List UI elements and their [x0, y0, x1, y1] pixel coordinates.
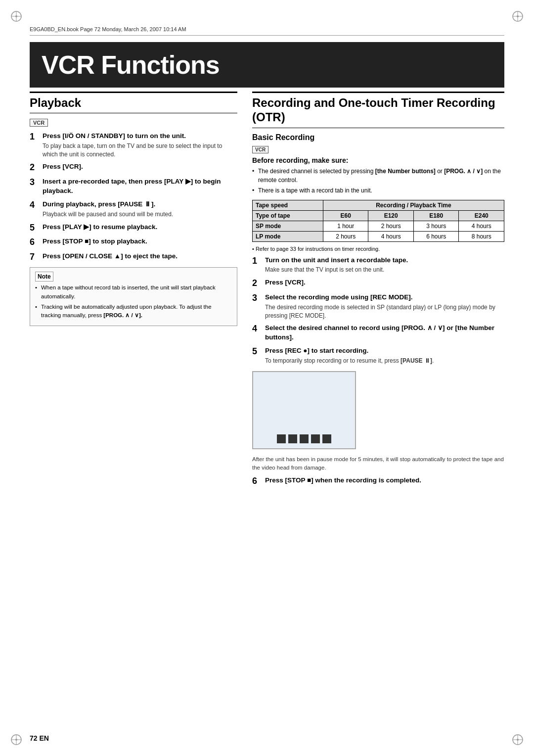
- corner-mark-br: [510, 732, 525, 747]
- r-step-6-content: Press [STOP ■] when the recording is com…: [265, 476, 504, 485]
- before-item-1: The desired channel is selected by press…: [252, 167, 504, 185]
- step-1-num: 1: [30, 132, 39, 142]
- lp-e240: 8 hours: [459, 231, 504, 241]
- playback-title: Playback: [30, 96, 237, 110]
- before-item-2: There is a tape with a record tab in the…: [252, 186, 504, 195]
- r-step-5: 5 Press [REC ●] to start recording. To t…: [252, 346, 504, 365]
- table-col-tape-speed: Tape speed: [253, 200, 323, 210]
- r-step-5-text: Press [REC ●] to start recording.: [265, 347, 368, 354]
- lp-e120: 4 hours: [368, 231, 414, 241]
- basic-recording-title: Basic Recording: [252, 133, 504, 142]
- step-4-content: During playback, press [PAUSE ⏸]. Playba…: [43, 200, 237, 219]
- playback-section-header: Playback: [30, 92, 237, 113]
- sp-e240: 4 hours: [459, 221, 504, 231]
- r-step-3-text: Select the recording mode using [REC MOD…: [265, 293, 413, 301]
- step-6-text: Press [STOP ■] to stop playback.: [43, 237, 147, 245]
- tv-square-1: [277, 434, 286, 443]
- tape-speed-table: Tape speed Recording / Playback Time Typ…: [252, 200, 504, 242]
- top-bar: E9GA0BD_EN.book Page 72 Monday, March 26…: [30, 25, 504, 36]
- page-number: 72 EN: [30, 734, 49, 742]
- r-step-4-num: 4: [252, 324, 261, 334]
- before-recording-heading: Before recording, make sure:: [252, 156, 504, 164]
- table-sub-e180: E180: [413, 210, 459, 221]
- step-5-num: 5: [30, 223, 39, 234]
- title-banner: VCR Functions: [30, 42, 504, 88]
- prog-text: [PROG. ∧ / ∨].: [103, 312, 142, 318]
- r-step-2-content: Press [VCR].: [265, 278, 504, 287]
- step-6: 6 Press [STOP ■] to stop playback.: [30, 237, 237, 248]
- table-row-lp: LP mode 2 hours 4 hours 6 hours 8 hours: [253, 231, 504, 241]
- step-5-text: Press [PLAY ▶] to resume playback.: [43, 223, 157, 231]
- step-5: 5 Press [PLAY ▶] to resume playback.: [30, 223, 237, 234]
- note-item-2: Tracking will be automatically adjusted …: [35, 303, 232, 320]
- step-4-sub: Playback will be paused and sound will b…: [43, 210, 237, 219]
- r-step-5-sub: To temporarily stop recording or to resu…: [265, 357, 504, 365]
- r-step-2: 2 Press [VCR].: [252, 278, 504, 289]
- note-box: Note When a tape without record tab is i…: [30, 267, 237, 326]
- step-1-text: Press [I/Ö ON / STANDBY] to turn on the …: [43, 132, 186, 140]
- step-1-content: Press [I/Ö ON / STANDBY] to turn on the …: [43, 132, 237, 158]
- r-step-5-content: Press [REC ●] to start recording. To tem…: [265, 346, 504, 365]
- table-note: • Refer to page 33 for instructions on t…: [252, 246, 504, 252]
- step-1: 1 Press [I/Ö ON / STANDBY] to turn on th…: [30, 132, 237, 158]
- vcr-icon-recording: VCR: [252, 146, 268, 153]
- content-area: Playback VCR 1 Press [I/Ö ON / STANDBY] …: [30, 92, 504, 726]
- step-3: 3 Insert a pre-recorded tape, then press…: [30, 177, 237, 196]
- recording-title: Recording and One-touch Timer Recording …: [252, 96, 504, 125]
- step-2: 2 Press [VCR].: [30, 162, 237, 173]
- r-step-5-num: 5: [252, 346, 261, 357]
- step-7-text: Press [OPEN / CLOSE ▲] to eject the tape…: [43, 252, 178, 260]
- table-sub-e240: E240: [459, 210, 504, 221]
- page-title: VCR Functions: [42, 50, 492, 80]
- step-2-content: Press [VCR].: [43, 162, 237, 172]
- top-bar-text: E9GA0BD_EN.book Page 72 Monday, March 26…: [30, 26, 186, 32]
- r-step-3: 3 Select the recording mode using [REC M…: [252, 293, 504, 320]
- tv-square-5: [322, 434, 331, 443]
- r-step-6: 6 Press [STOP ■] when the recording is c…: [252, 476, 504, 487]
- sp-e120: 2 hours: [368, 221, 414, 231]
- note-list: When a tape without record tab is insert…: [35, 284, 232, 320]
- sp-e60: 1 hour: [323, 221, 368, 231]
- step-4: 4 During playback, press [PAUSE ⏸]. Play…: [30, 200, 237, 219]
- step-6-content: Press [STOP ■] to stop playback.: [43, 237, 237, 246]
- sp-label: SP mode: [253, 221, 323, 231]
- r-step-4: 4 Select the desired channel to record u…: [252, 324, 504, 342]
- r-step-1-num: 1: [252, 256, 261, 267]
- lp-label: LP mode: [253, 231, 323, 241]
- step-3-text: Insert a pre-recorded tape, then press […: [43, 178, 221, 194]
- table-sub-e120: E120: [368, 210, 414, 221]
- tv-screen-image: [252, 371, 356, 449]
- vcr-icon-playback: VCR: [30, 119, 48, 127]
- r-step-1: 1 Turn on the unit and insert a recordab…: [252, 256, 504, 275]
- r-step-3-sub: The desired recording mode is selected i…: [265, 303, 504, 320]
- r-step-6-text: Press [STOP ■] when the recording is com…: [265, 476, 421, 484]
- step-4-num: 4: [30, 200, 39, 211]
- r-step-6-num: 6: [252, 476, 261, 487]
- note-title: Note: [35, 272, 53, 282]
- step-3-content: Insert a pre-recorded tape, then press […: [43, 177, 237, 196]
- corner-mark-tr: [510, 9, 525, 24]
- step-2-text: Press [VCR].: [43, 163, 83, 170]
- table-row-sp: SP mode 1 hour 2 hours 3 hours 4 hours: [253, 221, 504, 231]
- corner-mark-tl: [9, 9, 24, 24]
- r-step-4-text: Select the desired channel to record usi…: [265, 324, 494, 341]
- r-step-4-content: Select the desired channel to record usi…: [265, 324, 504, 342]
- r-step-3-content: Select the recording mode using [REC MOD…: [265, 293, 504, 320]
- r-step-2-num: 2: [252, 278, 261, 289]
- tv-square-4: [311, 434, 320, 443]
- corner-mark-bl: [9, 732, 24, 747]
- right-column: Recording and One-touch Timer Recording …: [252, 92, 504, 726]
- step-5-content: Press [PLAY ▶] to resume playback.: [43, 223, 237, 232]
- note-item-1: When a tape without record tab is insert…: [35, 284, 232, 301]
- table-sub-type: Type of tape: [253, 210, 323, 221]
- r-step-1-sub: Make sure that the TV input is set on th…: [265, 266, 504, 274]
- tv-squares: [277, 434, 331, 443]
- step-4-text: During playback, press [PAUSE ⏸].: [43, 200, 155, 208]
- step-2-num: 2: [30, 162, 39, 173]
- lp-e180: 6 hours: [413, 231, 459, 241]
- step-7: 7 Press [OPEN / CLOSE ▲] to eject the ta…: [30, 252, 237, 263]
- tv-square-3: [300, 434, 309, 443]
- r-step-2-text: Press [VCR].: [265, 279, 306, 286]
- step-7-num: 7: [30, 252, 39, 263]
- table-col-recording-time: Recording / Playback Time: [323, 200, 504, 210]
